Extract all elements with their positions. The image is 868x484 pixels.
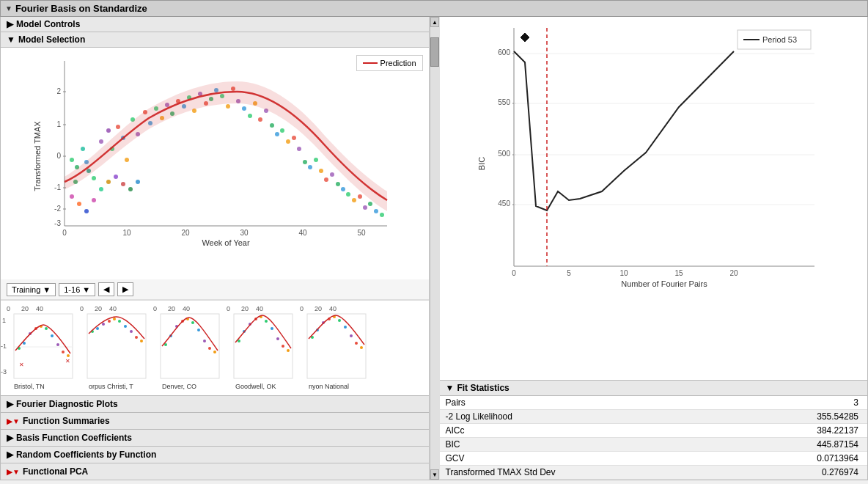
svg-point-132 [135,336,138,339]
svg-point-118 [56,343,59,346]
svg-text:20: 20 [181,229,190,237]
svg-point-77 [374,209,378,213]
svg-point-120 [67,354,70,357]
svg-text:BIC: BIC [477,157,486,170]
svg-text:-1: -1 [1,342,7,350]
scroll-thumb[interactable] [430,37,439,67]
svg-text:20: 20 [95,305,102,312]
svg-point-75 [363,205,367,210]
svg-text:-3: -3 [1,368,7,375]
svg-point-27 [99,139,103,144]
svg-text:500: 500 [499,150,511,158]
fit-stats-row: BIC445.87154 [440,438,868,452]
svg-point-83 [99,187,103,191]
svg-text:40: 40 [183,305,190,312]
svg-text:1: 1 [56,120,61,128]
svg-text:20: 20 [168,305,175,312]
svg-text:Goodwell, OK: Goodwell, OK [235,383,276,390]
fit-stat-label: GCV [440,452,732,466]
svg-point-73 [352,198,356,202]
y-axis-label: Transformed TMAX [33,121,42,191]
training-dropdown[interactable]: Training ▼ [7,283,56,296]
title-collapse-arrow[interactable]: ▼ [5,4,12,12]
svg-point-133 [140,340,143,342]
svg-point-154 [271,327,273,330]
model-selection-header[interactable]: ▼ Model Selection [1,32,429,48]
svg-point-126 [102,323,105,326]
svg-point-20 [70,158,74,162]
svg-point-60 [280,128,284,133]
svg-point-32 [125,158,129,162]
fourier-diag-arrow: ▶ [7,399,13,409]
svg-text:15: 15 [675,269,684,277]
svg-rect-123 [87,314,146,378]
model-controls-arrow: ▶ [7,19,13,29]
right-panel: BIC 600 550 500 450 0 5 10 15 20 [440,17,868,480]
basis-func-arrow: ▶ [7,433,13,443]
svg-point-54 [248,114,252,118]
svg-point-119 [62,351,65,353]
svg-point-88 [136,180,140,184]
svg-text:Week of Year: Week of Year [202,238,250,247]
svg-point-144 [208,347,211,350]
scrollbar[interactable]: ▲ ▼ [430,17,440,480]
svg-point-24 [92,176,96,180]
svg-text:Period 53: Period 53 [762,35,797,44]
scroll-up-arrow[interactable]: ▲ [430,17,439,27]
svg-point-81 [84,209,89,213]
model-selection-arrow: ▼ [7,34,15,45]
svg-point-82 [92,198,96,202]
svg-point-79 [70,194,74,199]
fit-stats-row: Pairs3 [440,396,868,410]
svg-point-30 [116,125,120,129]
fit-stat-value: 0.0713964 [732,452,867,466]
svg-point-53 [242,106,246,111]
func-sum-arrow: ▶▼ [7,417,20,425]
svg-text:10: 10 [620,269,629,277]
svg-text:orpus Christi, T: orpus Christi, T [89,383,133,390]
model-controls-header[interactable]: ▶ Model Controls [1,17,429,32]
main-chart-legend: Prediction [356,55,423,71]
svg-text:30: 30 [240,229,249,237]
functional-pca-section[interactable]: ▶▼ Functional PCA [1,463,429,480]
svg-point-117 [51,334,54,337]
svg-text:20: 20 [730,269,739,277]
basis-function-section[interactable]: ▶ Basis Function Coefficients [1,429,429,446]
range-dropdown[interactable]: 1-16 ▼ [59,283,95,296]
svg-text:5: 5 [567,269,571,277]
svg-rect-135 [161,314,219,378]
svg-point-64 [303,160,307,164]
small-charts-area: 0 20 40 0 20 40 0 20 40 0 20 40 0 20 40 … [1,300,429,395]
function-summaries-section[interactable]: ▶▼ Function Summaries [1,412,429,429]
svg-text:nyon National: nyon National [309,383,349,390]
fourier-diag-label: Fourier Diagnostic Plots [16,399,118,409]
svg-text:0: 0 [512,269,516,277]
svg-point-143 [203,340,206,342]
next-button[interactable]: ▶ [117,282,133,296]
svg-point-141 [191,321,194,324]
svg-text:600: 600 [499,48,511,56]
svg-text:50: 50 [357,229,366,237]
svg-text:0: 0 [80,305,84,312]
svg-text:40: 40 [109,305,117,312]
prev-button[interactable]: ◀ [98,282,114,296]
fit-stats-arrow: ▼ [446,383,455,393]
svg-point-28 [106,128,111,133]
svg-point-157 [287,349,290,352]
scroll-down-arrow[interactable]: ▼ [430,469,439,480]
svg-point-70 [336,182,340,186]
svg-point-169 [360,346,363,349]
svg-text:0: 0 [300,305,304,312]
small-chart-1-label: Bristol, TN [14,383,45,390]
fourier-diagnostic-section[interactable]: ▶ Fourier Diagnostic Plots [1,395,429,412]
svg-point-85 [114,175,118,179]
bottom-sections: ▶ Fourier Diagnostic Plots ▶▼ Function S… [1,395,429,480]
svg-point-69 [330,172,334,177]
svg-point-156 [282,345,284,348]
controls-row: Training ▼ 1-16 ▼ ◀ ▶ [1,279,429,300]
rand-coeff-arrow: ▶ [7,450,13,460]
random-coefficients-section[interactable]: ▶ Random Coefficients by Function [1,446,429,463]
func-sum-label: Function Summaries [23,416,110,426]
svg-point-71 [341,187,345,191]
svg-text:0: 0 [153,305,157,312]
